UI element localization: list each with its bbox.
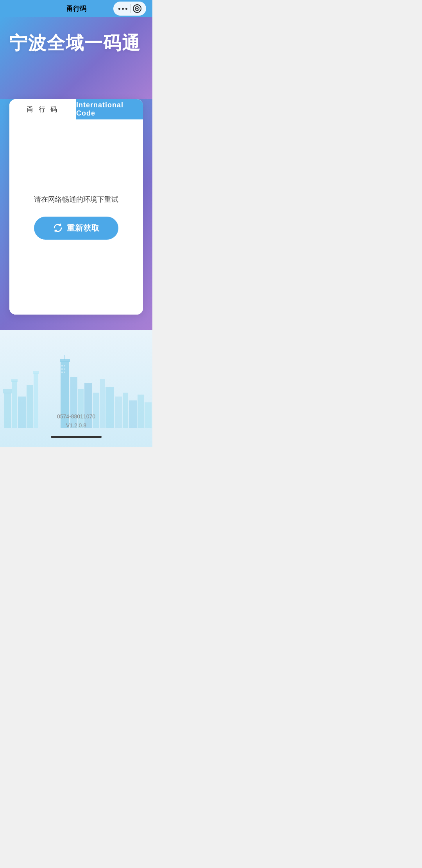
svg-rect-27 <box>61 368 63 370</box>
svg-rect-30 <box>64 372 65 373</box>
top-bar-actions <box>113 2 146 16</box>
error-message: 请在网络畅通的环境下重试 <box>34 195 118 204</box>
svg-rect-18 <box>100 379 105 428</box>
svg-rect-28 <box>64 368 65 370</box>
svg-rect-21 <box>123 393 128 428</box>
tab-card: 甬 行 码 International Code 请在网络畅通的环境下重试 <box>9 99 143 315</box>
card-container: 甬 行 码 International Code 请在网络畅通的环境下重试 <box>0 99 152 330</box>
divider <box>130 4 131 13</box>
svg-rect-19 <box>106 387 114 428</box>
refresh-icon <box>53 223 63 233</box>
refresh-label: 重新获取 <box>67 223 100 233</box>
svg-rect-22 <box>129 400 137 428</box>
svg-rect-10 <box>33 371 39 374</box>
dot-icon <box>125 8 127 10</box>
camera-icon <box>133 4 141 13</box>
svg-rect-4 <box>3 389 12 393</box>
refresh-button[interactable]: 重新获取 <box>34 217 118 240</box>
phone-number: 0574-88011070 <box>57 412 95 421</box>
svg-rect-29 <box>61 372 63 373</box>
svg-rect-3 <box>4 393 11 428</box>
hero-section: 宁波全域一码通 <box>0 17 152 99</box>
svg-rect-7 <box>18 397 26 428</box>
tab-intl-label: International Code <box>76 101 143 117</box>
svg-rect-24 <box>145 402 152 428</box>
tabs: 甬 行 码 International Code <box>9 99 143 119</box>
svg-rect-23 <box>138 395 144 428</box>
home-indicator <box>51 436 102 438</box>
tab-international[interactable]: International Code <box>76 99 143 119</box>
svg-rect-6 <box>11 379 18 382</box>
version-number: V1.2.0.8 <box>57 421 95 430</box>
top-bar: 甬行码 <box>0 0 152 17</box>
hero-title: 宁波全域一码通 <box>9 33 143 53</box>
tab-cn[interactable]: 甬 行 码 <box>9 99 76 119</box>
svg-rect-26 <box>64 365 65 366</box>
svg-rect-25 <box>61 365 63 366</box>
dot-icon <box>118 8 120 10</box>
page-title: 甬行码 <box>66 4 86 13</box>
menu-button[interactable] <box>113 2 146 16</box>
svg-rect-8 <box>27 385 33 428</box>
tab-cn-label: 甬 行 码 <box>27 105 58 114</box>
svg-rect-20 <box>115 397 122 428</box>
bottom-section: 0574-88011070 V1.2.0.8 <box>0 330 152 447</box>
version-info: 0574-88011070 V1.2.0.8 <box>57 412 95 430</box>
svg-rect-13 <box>64 355 65 360</box>
svg-rect-9 <box>34 373 38 428</box>
dot-icon <box>122 8 124 10</box>
tabs-wrapper: 甬 行 码 International Code <box>9 99 143 119</box>
svg-rect-5 <box>12 381 17 428</box>
tab-content: 请在网络畅通的环境下重试 重新获取 <box>9 119 143 315</box>
svg-point-2 <box>136 8 138 9</box>
